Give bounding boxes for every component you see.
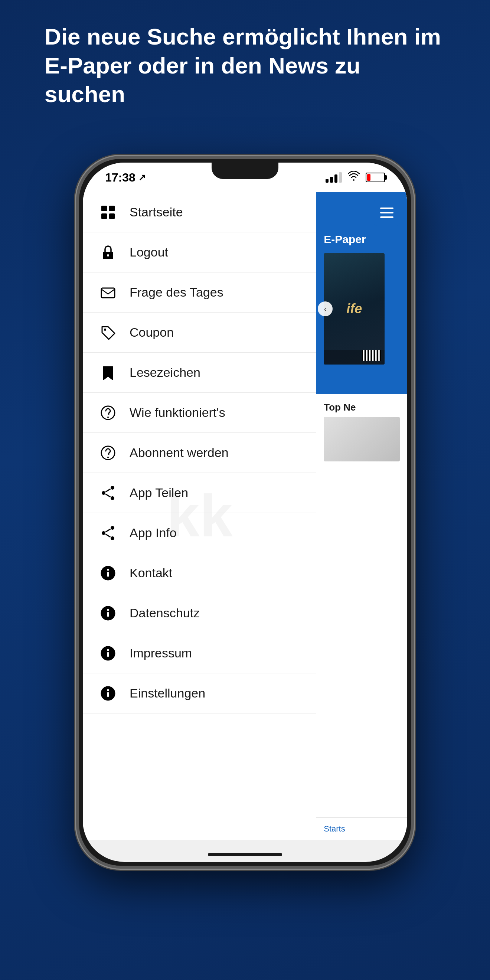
svg-line-21: [106, 534, 111, 537]
menu-label-abonnent-werden: Abonnent werden: [130, 445, 229, 460]
svg-point-5: [107, 254, 109, 256]
prev-arrow-button[interactable]: ‹: [318, 301, 332, 316]
menu-label-frage-des-tages: Frage des Tages: [130, 285, 223, 299]
hamburger-button[interactable]: [374, 200, 400, 226]
info-circle-icon: [98, 563, 118, 584]
svg-point-17: [111, 526, 115, 530]
hamburger-line-1: [380, 207, 393, 209]
svg-rect-32: [107, 692, 109, 697]
envelope-icon: [98, 282, 118, 303]
lock-icon: [98, 242, 118, 263]
menu-item-logout[interactable]: Logout: [83, 232, 316, 272]
menu-label-logout: Logout: [130, 245, 168, 259]
question-circle-icon: [98, 402, 118, 423]
menu-item-startseite[interactable]: Startseite: [83, 192, 316, 232]
barcode: [362, 350, 381, 361]
epaper-label: E-Paper: [324, 233, 400, 246]
top-news-header: Top Ne: [324, 402, 400, 413]
epaper-section: E-Paper: [316, 226, 407, 246]
svg-point-18: [111, 536, 115, 540]
share-icon: [98, 482, 118, 503]
magazine-cover: ife: [324, 253, 385, 364]
phone-frame: 17:38 ↗: [76, 156, 414, 869]
svg-point-9: [107, 417, 109, 418]
home-indicator: [208, 853, 282, 856]
phone-screen: 17:38 ↗: [83, 162, 407, 862]
svg-point-13: [111, 496, 115, 500]
battery-icon: [366, 173, 385, 182]
signal-bars-icon: [326, 172, 342, 183]
menu-item-frage-des-tages[interactable]: Frage des Tages: [83, 272, 316, 313]
svg-point-7: [104, 329, 106, 331]
svg-point-12: [111, 486, 115, 490]
info-circle-4-icon: [98, 683, 118, 704]
menu-label-kontakt: Kontakt: [130, 566, 172, 580]
svg-rect-26: [107, 612, 109, 617]
news-image: [324, 417, 400, 461]
grid-icon: [98, 202, 118, 223]
menu-item-kontakt[interactable]: Kontakt: [83, 553, 316, 593]
menu-item-impressum[interactable]: Impressum: [83, 633, 316, 673]
bottom-nav-link[interactable]: Starts: [324, 824, 345, 834]
battery-fill: [367, 174, 371, 181]
bookmark-icon: [98, 362, 118, 383]
question-circle-2-icon: [98, 442, 118, 463]
svg-rect-6: [101, 288, 115, 298]
menu-label-app-info: App Info: [130, 526, 177, 540]
location-arrow-icon: ↗: [138, 172, 146, 183]
status-icons: [326, 171, 385, 184]
share-2-icon: [98, 523, 118, 544]
magazine-title: ife: [346, 301, 362, 317]
magazine-cover-wrapper: ife ‹: [324, 253, 400, 364]
app-header: [316, 192, 407, 226]
svg-point-11: [107, 457, 109, 458]
svg-rect-23: [107, 572, 109, 577]
menu-label-coupon: Coupon: [130, 325, 174, 340]
svg-rect-3: [109, 213, 115, 219]
menu-item-datenschutz[interactable]: Datenschutz: [83, 593, 316, 633]
phone-mockup: 17:38 ↗: [76, 156, 414, 869]
menu-label-startseite: Startseite: [130, 205, 183, 220]
menu-item-app-info[interactable]: App Info: [83, 513, 316, 553]
menu-label-einstellungen: Einstellungen: [130, 686, 205, 700]
menu-item-einstellungen[interactable]: Einstellungen: [83, 673, 316, 713]
svg-point-24: [107, 569, 109, 571]
menu-label-wie-funktioniert: Wie funktioniert's: [130, 406, 225, 420]
hamburger-line-3: [380, 216, 393, 218]
menu-item-lesezeichen[interactable]: Lesezeichen: [83, 353, 316, 393]
dynamic-island: [212, 162, 278, 179]
svg-point-33: [107, 689, 109, 691]
tag-icon: [98, 322, 118, 343]
menu-label-lesezeichen: Lesezeichen: [130, 365, 200, 380]
svg-rect-29: [107, 652, 109, 657]
svg-point-14: [102, 491, 105, 495]
svg-line-15: [106, 489, 111, 492]
svg-rect-0: [101, 206, 107, 211]
menu-item-abonnent-werden[interactable]: Abonnent werden: [83, 433, 316, 473]
menu-label-impressum: Impressum: [130, 646, 192, 660]
menu-item-wie-funktioniert[interactable]: Wie funktioniert's: [83, 393, 316, 433]
svg-point-30: [107, 649, 109, 651]
svg-rect-1: [109, 206, 115, 211]
svg-line-20: [106, 529, 111, 532]
wifi-icon: [348, 171, 360, 184]
svg-line-16: [106, 494, 111, 497]
top-news-section: Top Ne: [316, 394, 407, 469]
menu-label-datenschutz: Datenschutz: [130, 606, 200, 620]
navigation-menu: kk Startseite: [83, 192, 316, 840]
app-bottom-nav: Starts: [316, 818, 407, 840]
menu-label-app-teilen: App Teilen: [130, 485, 188, 500]
background-headline: Die neue Suche ermöglicht Ihnen im E-Pap…: [45, 22, 445, 109]
time-text: 17:38: [105, 171, 135, 185]
info-circle-2-icon: [98, 603, 118, 624]
app-content-panel: E-Paper ife: [316, 192, 407, 840]
magazine-area: ife ‹: [316, 246, 407, 394]
svg-point-19: [102, 531, 105, 535]
hamburger-line-2: [380, 212, 393, 213]
menu-item-app-teilen[interactable]: App Teilen: [83, 473, 316, 513]
menu-item-coupon[interactable]: Coupon: [83, 313, 316, 353]
screen-content: kk Startseite: [83, 192, 407, 840]
info-circle-3-icon: [98, 643, 118, 664]
status-time: 17:38 ↗: [105, 171, 146, 185]
svg-point-27: [107, 609, 109, 611]
